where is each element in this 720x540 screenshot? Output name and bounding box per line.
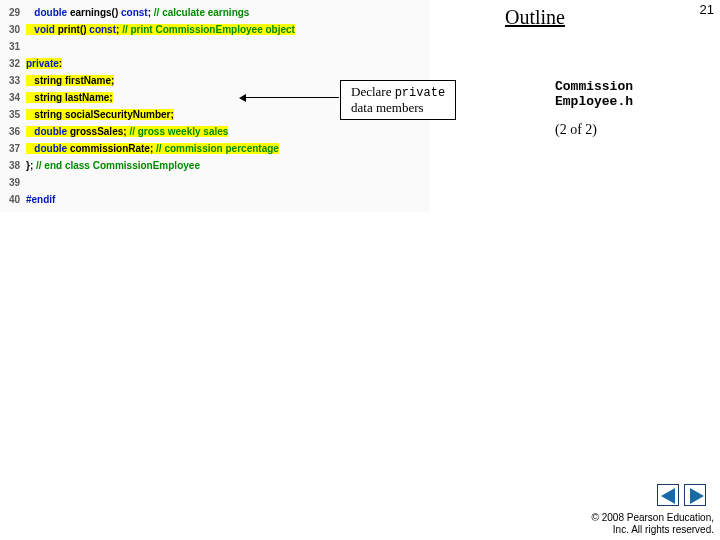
nav-buttons [655,484,706,508]
callout-text-2: data members [351,100,424,115]
callout-box: Declare private data members [340,80,456,120]
copyright-line1: © 2008 Pearson Education, [592,512,714,523]
code-line: 32private: [0,55,430,72]
code-line: 30 void print() const; // print Commissi… [0,21,430,38]
code-line: 40#endif [0,191,430,208]
file-name-line2: Employee.h [555,94,633,109]
copyright-line2: Inc. All rights reserved. [613,524,714,535]
code-line: 36 double grossSales; // gross weekly sa… [0,123,430,140]
callout-text: Declare [351,84,395,99]
file-name-label: Commission Employee.h [555,80,633,110]
prev-button[interactable] [657,484,679,506]
page-number: 21 [700,2,714,17]
code-line: 29 double earnings() const; // calculate… [0,4,430,21]
code-line: 37 double commissionRate; // commission … [0,140,430,157]
callout-keyword: private [395,86,445,100]
next-button[interactable] [684,484,706,506]
code-line: 39 [0,174,430,191]
part-indicator: (2 of 2) [555,122,597,138]
outline-heading: Outline [505,6,565,29]
copyright: © 2008 Pearson Education, Inc. All right… [592,512,714,536]
callout-arrow [245,97,339,98]
code-line: 38}; // end class CommissionEmployee [0,157,430,174]
file-name-line1: Commission [555,79,633,94]
code-line: 31 [0,38,430,55]
